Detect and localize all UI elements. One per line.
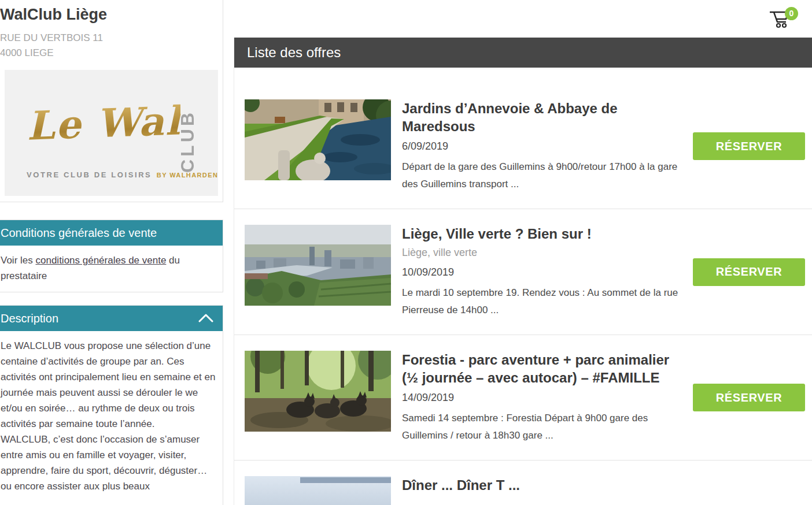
offer-description: Samedi 14 septembre : Forestia Départ à … bbox=[402, 410, 684, 444]
description-paragraph-1: Le WALCLUB vous propose une sélection d’… bbox=[1, 338, 217, 432]
cart-button[interactable]: 0 bbox=[768, 8, 795, 31]
offer-row: Forestia - parc aventure + parc animalie… bbox=[234, 335, 812, 460]
annevoie-gardens-photo[interactable] bbox=[245, 99, 391, 180]
offer-description: Le mardi 10 septembre 19. Rendez vous : … bbox=[402, 284, 684, 319]
club-address: RUE DU VERTBOIS 11 4000 LIEGE bbox=[0, 31, 223, 61]
description-card: Description Le WALCLUB vous propose une … bbox=[0, 305, 223, 505]
conditions-body: Voir les conditions générales de vente d… bbox=[0, 246, 223, 292]
main-content: 0 Liste des offres bbox=[234, 0, 812, 505]
liege-panorama-photo[interactable] bbox=[245, 225, 391, 306]
offer-date: 14/09/2019 bbox=[402, 389, 686, 406]
offer-text: Liège, Ville verte ? Bien sur ! Liège, v… bbox=[402, 225, 686, 319]
conditions-card: Conditions générales de vente Voir les c… bbox=[0, 220, 223, 292]
sidebar: WalClub Liège RUE DU VERTBOIS 11 4000 LI… bbox=[0, 0, 223, 505]
description-header-toggle[interactable]: Description bbox=[0, 306, 223, 331]
cart-icon bbox=[768, 21, 791, 31]
offer-text: Jardins d’Annevoie & Abbaye de Maredsous… bbox=[402, 99, 686, 193]
cart-count-badge: 0 bbox=[785, 7, 798, 20]
offer-row: Dîner ... Dîner T ... bbox=[234, 460, 812, 505]
club-name: WalClub Liège bbox=[0, 3, 223, 24]
offer-date: 6/09/2019 bbox=[402, 138, 686, 155]
conditions-header: Conditions générales de vente bbox=[0, 220, 223, 246]
logo-tagline-main: VOTRE CLUB DE LOISIRS bbox=[27, 170, 152, 179]
offer-title[interactable]: Dîner ... Dîner T ... bbox=[402, 476, 686, 494]
description-paragraph-2: WALCLUB, c’est donc l’occasion de s’amus… bbox=[1, 432, 217, 494]
reserve-button[interactable]: RÉSERVER bbox=[693, 384, 805, 411]
conditions-link[interactable]: conditions générales de vente bbox=[35, 255, 166, 266]
offers-panel: Liste des offres bbox=[234, 38, 812, 505]
logo-tagline-by: BY WALHARDENT bbox=[157, 172, 218, 179]
offer-title[interactable]: Forestia - parc aventure + parc animalie… bbox=[402, 351, 686, 387]
address-line-2: 4000 LIEGE bbox=[0, 46, 223, 61]
offer-title[interactable]: Liège, Ville verte ? Bien sur ! bbox=[402, 225, 686, 243]
address-line-1: RUE DU VERTBOIS 11 bbox=[0, 31, 223, 46]
description-header-label: Description bbox=[1, 312, 58, 325]
chevron-up-icon bbox=[198, 312, 213, 325]
club-logo: Le Wal CLUB VOTRE CLUB DE LOISIRS BY WAL… bbox=[5, 70, 218, 196]
reserve-button[interactable]: RÉSERVER bbox=[693, 258, 805, 286]
page: WalClub Liège RUE DU VERTBOIS 11 4000 LI… bbox=[0, 0, 812, 505]
offer-text: Forestia - parc aventure + parc animalie… bbox=[402, 351, 686, 444]
conditions-header-label: Conditions générales de vente bbox=[1, 226, 157, 240]
clipped-offer-photo[interactable] bbox=[245, 476, 391, 505]
logo-script-text: Le Wal bbox=[26, 97, 182, 148]
offer-row: Liège, Ville verte ? Bien sur ! Liège, v… bbox=[234, 209, 812, 335]
offer-text: Dîner ... Dîner T ... bbox=[402, 476, 686, 494]
offers-list: Jardins d’Annevoie & Abbaye de Maredsous… bbox=[234, 68, 812, 505]
club-info-card: WalClub Liège RUE DU VERTBOIS 11 4000 LI… bbox=[0, 0, 223, 202]
logo-vertical-text: CLUB bbox=[177, 98, 198, 173]
offer-date: 10/09/2019 bbox=[402, 263, 686, 281]
forestia-wolves-photo[interactable] bbox=[245, 351, 391, 432]
offer-description: Départ de la gare des Guillemins à 9h00/… bbox=[402, 158, 684, 193]
offer-title[interactable]: Jardins d’Annevoie & Abbaye de Maredsous bbox=[402, 99, 686, 135]
offer-row: Jardins d’Annevoie & Abbaye de Maredsous… bbox=[234, 68, 812, 209]
offer-subtitle: Liège, ville verte bbox=[402, 244, 686, 261]
logo-tagline: VOTRE CLUB DE LOISIRS BY WALHARDENT bbox=[27, 169, 218, 180]
offers-list-title: Liste des offres bbox=[234, 38, 812, 68]
conditions-text-before: Voir les bbox=[1, 255, 35, 266]
description-body: Le WALCLUB vous propose une sélection d’… bbox=[0, 331, 223, 502]
reserve-button[interactable]: RÉSERVER bbox=[693, 132, 805, 160]
